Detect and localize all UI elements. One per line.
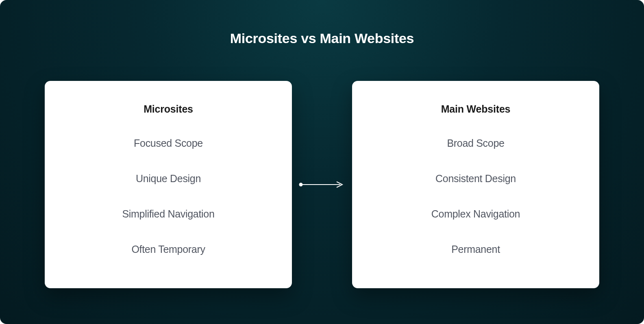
left-card-item: Often Temporary (131, 244, 205, 255)
right-card: Main Websites Broad Scope Consistent Des… (352, 81, 599, 288)
left-card-heading: Microsites (144, 103, 193, 115)
right-card-heading: Main Websites (441, 103, 511, 115)
svg-point-0 (299, 183, 303, 187)
left-card-item: Focused Scope (134, 137, 203, 149)
right-card-item: Permanent (451, 244, 500, 255)
right-card-item: Complex Navigation (431, 208, 520, 220)
left-card-item: Unique Design (136, 173, 201, 185)
left-card: Microsites Focused Scope Unique Design S… (45, 81, 292, 288)
left-card-item: Simplified Navigation (122, 208, 214, 220)
main-title: Microsites vs Main Websites (230, 30, 414, 46)
arrow-connector (292, 180, 352, 189)
arrow-icon (298, 180, 346, 189)
right-card-item: Broad Scope (447, 137, 504, 149)
right-card-item: Consistent Design (435, 173, 516, 185)
cards-row: Microsites Focused Scope Unique Design S… (45, 81, 599, 288)
diagram-container: Microsites vs Main Websites Microsites F… (0, 0, 644, 324)
